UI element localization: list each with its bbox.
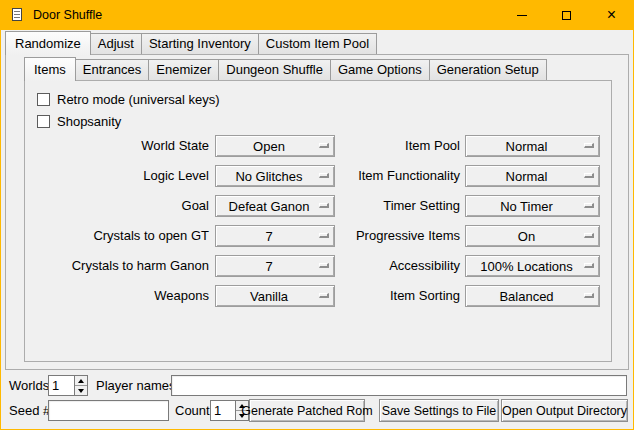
window-title: Door Shuffle [33, 8, 102, 22]
minimize-icon [517, 15, 527, 16]
count-input[interactable] [210, 400, 235, 421]
close-button[interactable]: × [589, 0, 634, 30]
subtab-items[interactable]: Items [24, 57, 76, 81]
item-functionality-dropdown[interactable]: Normal [465, 165, 600, 187]
save-settings-button[interactable]: Save Settings to File [379, 399, 499, 422]
arrow-up-icon [78, 379, 84, 383]
subtab-enemizer[interactable]: Enemizer [148, 59, 219, 80]
dropdown-indicator-icon [584, 293, 594, 298]
item-sorting-dropdown[interactable]: Balanced [465, 285, 600, 307]
worlds-spin-arrows [74, 375, 88, 396]
accessibility-dropdown[interactable]: 100% Locations [465, 255, 600, 277]
seed-label: Seed # [9, 402, 50, 420]
item-functionality-value: Normal [506, 169, 548, 184]
subtab-entrances[interactable]: Entrances [75, 59, 150, 80]
weapons-value: Vanilla [250, 289, 288, 304]
open-output-directory-button[interactable]: Open Output Directory [501, 399, 628, 422]
tab-starting-inventory[interactable]: Starting Inventory [141, 33, 259, 54]
retro-mode-checkbox[interactable] [37, 93, 50, 106]
window-controls: × [499, 0, 634, 30]
worlds-label: Worlds [9, 377, 49, 395]
goal-label: Goal [25, 195, 209, 217]
progressive-items-label: Progressive Items [315, 225, 460, 247]
item-pool-dropdown[interactable]: Normal [465, 135, 600, 157]
dropdown-indicator-icon [584, 263, 594, 268]
logic-level-value: No Glitches [235, 169, 302, 184]
item-pool-value: Normal [506, 139, 548, 154]
timer-setting-dropdown[interactable]: No Timer [465, 195, 600, 217]
main-tab-bar: Randomize Adjust Starting Inventory Cust… [5, 31, 376, 54]
client-area: Randomize Adjust Starting Inventory Cust… [1, 30, 633, 429]
option-row: Weapons Vanilla Item Sorting Balanced [25, 285, 611, 307]
goal-value: Defeat Ganon [229, 199, 310, 214]
shopsanity-row: Shopsanity [37, 114, 121, 129]
randomize-pane: Items Entrances Enemizer Dungeon Shuffle… [5, 54, 629, 370]
progressive-items-value: On [518, 229, 535, 244]
minimize-button[interactable] [499, 0, 544, 30]
option-row: Logic Level No Glitches Item Functionali… [25, 165, 611, 187]
player-names-label: Player names [96, 377, 175, 395]
crystals-ganon-value: 7 [265, 259, 272, 274]
sub-tab-bar: Items Entrances Enemizer Dungeon Shuffle… [24, 57, 546, 80]
option-row: World State Open Item Pool Normal [25, 135, 611, 157]
retro-mode-label: Retro mode (universal keys) [57, 92, 220, 107]
crystals-gt-value: 7 [265, 229, 272, 244]
close-icon: × [607, 7, 616, 23]
subtab-generation-setup[interactable]: Generation Setup [429, 59, 547, 80]
maximize-button[interactable] [544, 0, 589, 30]
timer-setting-value: No Timer [500, 199, 553, 214]
item-pool-label: Item Pool [315, 135, 460, 157]
item-functionality-label: Item Functionality [315, 165, 460, 187]
retro-mode-row: Retro mode (universal keys) [37, 92, 220, 107]
item-sorting-label: Item Sorting [315, 285, 460, 307]
tab-custom-item-pool[interactable]: Custom Item Pool [258, 33, 377, 54]
generate-patched-rom-button[interactable]: Generate Patched Rom [249, 399, 365, 422]
timer-setting-label: Timer Setting [315, 195, 460, 217]
maximize-icon [562, 11, 571, 20]
dropdown-indicator-icon [584, 143, 594, 148]
count-label: Count [175, 402, 210, 420]
option-row: Crystals to open GT 7 Progressive Items … [25, 225, 611, 247]
tab-randomize[interactable]: Randomize [5, 31, 91, 55]
progressive-items-dropdown[interactable]: On [465, 225, 600, 247]
option-row: Crystals to harm Ganon 7 Accessibility 1… [25, 255, 611, 277]
item-sorting-value: Balanced [499, 289, 553, 304]
weapons-label: Weapons [25, 285, 209, 307]
dropdown-indicator-icon [584, 173, 594, 178]
spin-up-button[interactable] [75, 376, 87, 385]
subtab-game-options[interactable]: Game Options [330, 59, 430, 80]
items-pane: Retro mode (universal keys) Shopsanity W… [24, 80, 612, 362]
crystals-gt-label: Crystals to open GT [25, 225, 209, 247]
accessibility-label: Accessibility [315, 255, 460, 277]
logic-level-label: Logic Level [25, 165, 209, 187]
arrow-down-icon [78, 389, 84, 393]
spin-down-button[interactable] [75, 385, 87, 395]
shopsanity-label: Shopsanity [57, 114, 121, 129]
subtab-dungeon-shuffle[interactable]: Dungeon Shuffle [218, 59, 331, 80]
world-state-label: World State [25, 135, 209, 157]
dropdown-indicator-icon [584, 233, 594, 238]
dropdown-indicator-icon [584, 203, 594, 208]
shopsanity-checkbox[interactable] [37, 115, 50, 128]
player-names-input[interactable] [171, 375, 627, 396]
seed-input[interactable] [48, 400, 169, 421]
titlebar: Door Shuffle × [0, 0, 634, 30]
worlds-input[interactable] [48, 375, 74, 396]
tab-adjust[interactable]: Adjust [90, 33, 142, 54]
world-state-value: Open [253, 139, 285, 154]
worlds-spinbox [48, 375, 88, 396]
app-icon [9, 7, 25, 23]
window: Door Shuffle × Randomize Adjust Starting… [0, 0, 634, 430]
option-row: Goal Defeat Ganon Timer Setting No Timer [25, 195, 611, 217]
accessibility-value: 100% Locations [480, 259, 573, 274]
crystals-ganon-label: Crystals to harm Ganon [25, 255, 209, 277]
